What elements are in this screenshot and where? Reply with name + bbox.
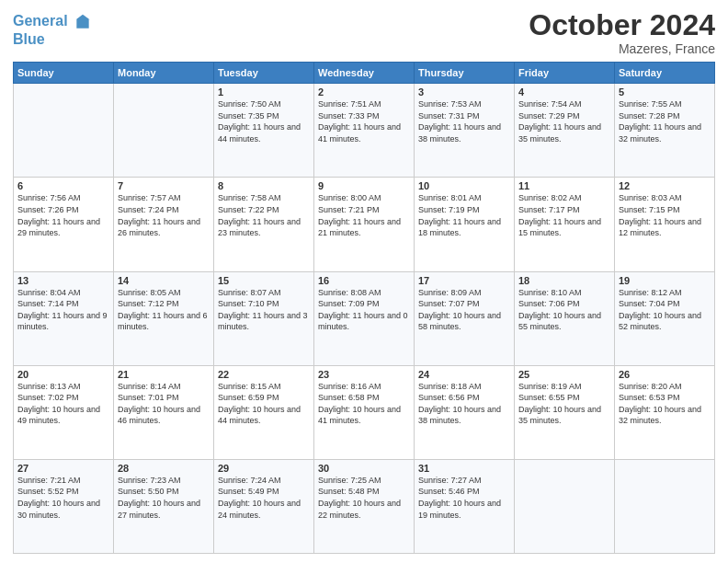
day-number: 15 [218,275,310,286]
day-number: 30 [318,463,410,474]
day-cell: 25Sunrise: 8:19 AMSunset: 6:55 PMDayligh… [515,365,615,459]
day-info: Sunrise: 8:20 AMSunset: 6:53 PMDaylight:… [619,381,711,427]
day-info: Sunrise: 7:55 AMSunset: 7:28 PMDaylight:… [619,98,711,144]
day-cell: 3Sunrise: 7:53 AMSunset: 7:31 PMDaylight… [415,84,515,178]
day-info: Sunrise: 8:12 AMSunset: 7:04 PMDaylight:… [619,287,711,333]
col-monday: Monday [114,63,214,84]
header-row: Sunday Monday Tuesday Wednesday Thursday… [14,63,715,84]
day-info: Sunrise: 7:23 AMSunset: 5:50 PMDaylight:… [118,475,210,521]
day-cell: 13Sunrise: 8:04 AMSunset: 7:14 PMDayligh… [14,271,114,365]
day-number: 3 [418,86,510,98]
day-cell: 30Sunrise: 7:25 AMSunset: 5:48 PMDayligh… [314,459,415,553]
day-info: Sunrise: 7:21 AMSunset: 5:52 PMDaylight:… [17,475,109,521]
day-cell [14,84,114,178]
day-cell: 17Sunrise: 8:09 AMSunset: 7:07 PMDayligh… [415,271,515,365]
day-cell: 4Sunrise: 7:54 AMSunset: 7:29 PMDaylight… [515,84,615,178]
day-number: 2 [318,86,410,98]
day-number: 10 [418,180,510,191]
day-cell: 1Sunrise: 7:50 AMSunset: 7:35 PMDaylight… [214,84,314,178]
day-info: Sunrise: 8:03 AMSunset: 7:15 PMDaylight:… [619,192,711,238]
day-cell: 27Sunrise: 7:21 AMSunset: 5:52 PMDayligh… [14,459,114,553]
day-cell: 12Sunrise: 8:03 AMSunset: 7:15 PMDayligh… [615,178,715,271]
day-number: 11 [518,180,610,191]
location: Mazeres, France [529,41,715,56]
calendar-body: 1Sunrise: 7:50 AMSunset: 7:35 PMDaylight… [14,84,715,554]
day-info: Sunrise: 8:02 AMSunset: 7:17 PMDaylight:… [518,192,610,238]
day-number: 18 [518,275,610,286]
col-tuesday: Tuesday [214,63,314,84]
day-number: 25 [518,369,610,380]
logo: General Blue [13,13,92,48]
day-info: Sunrise: 8:16 AMSunset: 6:58 PMDaylight:… [318,381,410,427]
day-info: Sunrise: 7:58 AMSunset: 7:22 PMDaylight:… [218,192,310,238]
day-info: Sunrise: 8:18 AMSunset: 6:56 PMDaylight:… [418,381,510,427]
day-info: Sunrise: 8:07 AMSunset: 7:10 PMDaylight:… [218,287,310,333]
day-cell: 29Sunrise: 7:24 AMSunset: 5:49 PMDayligh… [214,459,314,553]
day-cell [515,459,615,553]
day-cell: 2Sunrise: 7:51 AMSunset: 7:33 PMDaylight… [314,84,415,178]
day-info: Sunrise: 8:09 AMSunset: 7:07 PMDaylight:… [418,287,510,333]
day-cell: 24Sunrise: 8:18 AMSunset: 6:56 PMDayligh… [415,365,515,459]
day-info: Sunrise: 8:01 AMSunset: 7:19 PMDaylight:… [418,192,510,238]
day-cell: 14Sunrise: 8:05 AMSunset: 7:12 PMDayligh… [114,271,214,365]
day-cell: 22Sunrise: 8:15 AMSunset: 6:59 PMDayligh… [214,365,314,459]
day-number: 20 [17,369,109,380]
day-info: Sunrise: 7:24 AMSunset: 5:49 PMDaylight:… [218,475,310,521]
day-cell: 11Sunrise: 8:02 AMSunset: 7:17 PMDayligh… [515,178,615,271]
week-row: 27Sunrise: 7:21 AMSunset: 5:52 PMDayligh… [14,459,715,553]
day-cell: 26Sunrise: 8:20 AMSunset: 6:53 PMDayligh… [615,365,715,459]
day-number: 27 [17,463,109,474]
day-info: Sunrise: 7:27 AMSunset: 5:46 PMDaylight:… [418,475,510,521]
logo-text: General [13,13,92,31]
title-block: October 2024 Mazeres, France [529,9,715,56]
day-info: Sunrise: 8:04 AMSunset: 7:14 PMDaylight:… [17,287,109,333]
week-row: 20Sunrise: 8:13 AMSunset: 7:02 PMDayligh… [14,365,715,459]
calendar-table: Sunday Monday Tuesday Wednesday Thursday… [13,62,715,554]
col-friday: Friday [515,63,615,84]
day-info: Sunrise: 7:54 AMSunset: 7:29 PMDaylight:… [518,98,610,144]
day-cell: 21Sunrise: 8:14 AMSunset: 7:01 PMDayligh… [114,365,214,459]
col-saturday: Saturday [615,63,715,84]
day-info: Sunrise: 7:51 AMSunset: 7:33 PMDaylight:… [318,98,410,144]
day-number: 16 [318,275,410,286]
day-cell: 28Sunrise: 7:23 AMSunset: 5:50 PMDayligh… [114,459,214,553]
day-cell: 16Sunrise: 8:08 AMSunset: 7:09 PMDayligh… [314,271,415,365]
day-info: Sunrise: 8:00 AMSunset: 7:21 PMDaylight:… [318,192,410,238]
day-info: Sunrise: 8:19 AMSunset: 6:55 PMDaylight:… [518,381,610,427]
day-info: Sunrise: 8:15 AMSunset: 6:59 PMDaylight:… [218,381,310,427]
day-number: 21 [118,369,210,380]
day-number: 9 [318,180,410,191]
day-info: Sunrise: 7:25 AMSunset: 5:48 PMDaylight:… [318,475,410,521]
day-number: 13 [17,275,109,286]
day-cell: 7Sunrise: 7:57 AMSunset: 7:24 PMDaylight… [114,178,214,271]
day-number: 31 [418,463,510,474]
day-number: 12 [619,180,711,191]
day-number: 8 [218,180,310,191]
day-number: 17 [418,275,510,286]
day-info: Sunrise: 8:08 AMSunset: 7:09 PMDaylight:… [318,287,410,333]
day-number: 14 [118,275,210,286]
logo-general: General [13,13,68,29]
day-info: Sunrise: 7:57 AMSunset: 7:24 PMDaylight:… [118,192,210,238]
day-info: Sunrise: 7:53 AMSunset: 7:31 PMDaylight:… [418,98,510,144]
day-cell: 20Sunrise: 8:13 AMSunset: 7:02 PMDayligh… [14,365,114,459]
day-number: 1 [218,86,310,98]
day-info: Sunrise: 7:56 AMSunset: 7:26 PMDaylight:… [17,192,109,238]
day-number: 19 [619,275,711,286]
day-cell: 23Sunrise: 8:16 AMSunset: 6:58 PMDayligh… [314,365,415,459]
day-number: 6 [17,180,109,191]
day-cell: 31Sunrise: 7:27 AMSunset: 5:46 PMDayligh… [415,459,515,553]
day-number: 26 [619,369,711,380]
col-sunday: Sunday [14,63,114,84]
day-cell: 18Sunrise: 8:10 AMSunset: 7:06 PMDayligh… [515,271,615,365]
month-title: October 2024 [529,9,715,41]
day-info: Sunrise: 8:10 AMSunset: 7:06 PMDaylight:… [518,287,610,333]
day-number: 28 [118,463,210,474]
week-row: 13Sunrise: 8:04 AMSunset: 7:14 PMDayligh… [14,271,715,365]
day-number: 22 [218,369,310,380]
day-cell: 5Sunrise: 7:55 AMSunset: 7:28 PMDaylight… [615,84,715,178]
header: General Blue October 2024 Mazeres, Franc… [13,9,715,56]
day-info: Sunrise: 8:05 AMSunset: 7:12 PMDaylight:… [118,287,210,333]
day-info: Sunrise: 8:14 AMSunset: 7:01 PMDaylight:… [118,381,210,427]
day-number: 29 [218,463,310,474]
